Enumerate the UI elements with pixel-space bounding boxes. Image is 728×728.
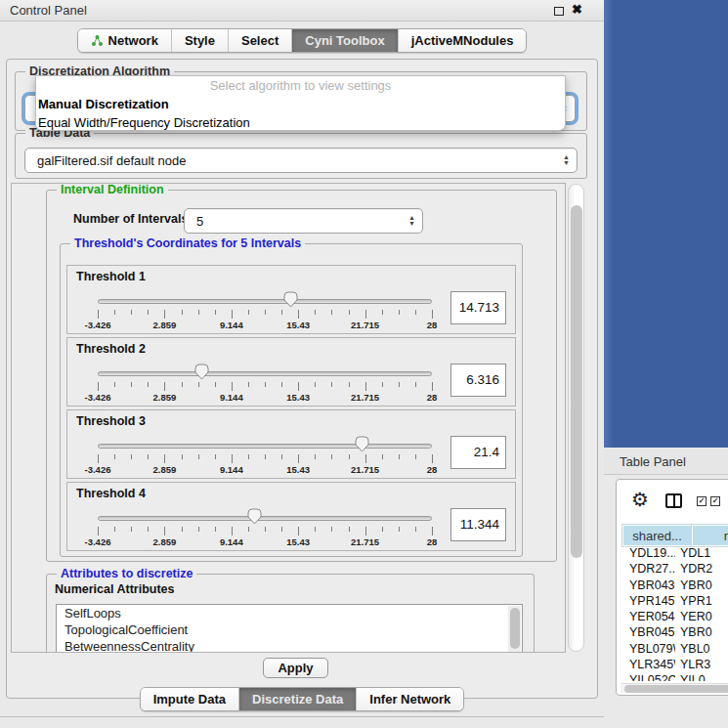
tab-infer-network[interactable]: Infer Network [357, 688, 463, 710]
tick-mark [415, 310, 416, 315]
attribute-item-topologicalcoefficient[interactable]: TopologicalCoefficient [57, 621, 522, 638]
tick-mark [198, 527, 199, 532]
table-row[interactable]: YER054CYER0 [622, 610, 728, 625]
tab-label: Select [241, 33, 278, 48]
checkbox-icon[interactable]: ✓ [710, 496, 720, 506]
gear-icon[interactable]: ⚙ [631, 488, 649, 511]
table-cell[interactable]: YBR0 [675, 578, 728, 594]
tick-mark [232, 310, 233, 319]
column-header-name[interactable]: na [692, 525, 728, 546]
dropdown-item-manual-discretization[interactable]: Manual Discretization [36, 95, 565, 113]
tick-mark [298, 527, 299, 535]
slider-track[interactable] [98, 444, 432, 449]
threshold-slider[interactable]: -3.4262.8599.14415.4321.71528 [98, 410, 432, 480]
table-cell[interactable]: YBR045C [622, 625, 675, 641]
tick-mark [382, 454, 383, 459]
tick-mark [114, 527, 115, 532]
table-row[interactable]: YBL079WYBL0 [622, 642, 728, 658]
settings-vertical-scrollbar[interactable] [568, 184, 584, 652]
tick-label: 21.715 [351, 392, 379, 403]
slider-thumb-icon[interactable] [355, 436, 369, 452]
tab-style[interactable]: Style [172, 29, 229, 52]
tick-mark [98, 310, 99, 319]
tab-impute-data[interactable]: Impute Data [141, 688, 239, 710]
slider-track[interactable] [98, 299, 432, 304]
scrollbar-thumb[interactable] [571, 205, 582, 558]
tab-cyni-toolbox[interactable]: Cyni Toolbox [292, 29, 398, 52]
threshold-value-field[interactable]: 11.344 [450, 508, 506, 541]
checkbox-icon[interactable]: ✓ [697, 496, 707, 506]
attributes-list-scrollbar[interactable] [508, 606, 521, 653]
tab-label: Network [108, 33, 158, 48]
threshold-value-field[interactable]: 21.4 [450, 436, 506, 469]
tick-mark [315, 382, 316, 387]
table-row[interactable]: YDR27...YDR2 [622, 562, 728, 578]
table-row[interactable]: YLR345WYLR3 [622, 658, 728, 673]
tick-label: 15.43 [286, 392, 310, 403]
table-cell[interactable]: YPR1 [675, 594, 728, 610]
tick-mark [382, 527, 383, 532]
tick-mark [281, 382, 282, 387]
table-cell[interactable]: YLR3 [675, 658, 728, 673]
threshold-panel: Threshold 4 -3.4262.8599.14415.4321.7152… [66, 482, 516, 551]
tick-mark [164, 527, 165, 535]
apply-button[interactable]: Apply [263, 658, 328, 678]
tick-label: 9.144 [220, 320, 243, 330]
dropdown-item-equal-width-frequency-discretization[interactable]: Equal Width/Frequency Discretization [36, 113, 565, 131]
slider-thumb-icon[interactable] [247, 508, 262, 525]
tick-mark [298, 454, 299, 463]
table-data-combobox[interactable]: galFiltered.sif default node ▲▼ [24, 148, 578, 173]
scrollbar-thumb[interactable] [510, 608, 520, 649]
tick-label: 9.144 [220, 392, 243, 403]
slider-thumb-icon[interactable] [194, 364, 209, 380]
threshold-slider[interactable]: -3.4262.8599.14415.4321.71528 [98, 266, 432, 335]
attribute-item-selfloops[interactable]: SelfLoops [57, 605, 522, 621]
scrollbar-thumb[interactable] [624, 685, 728, 693]
tab-network[interactable]: Network [78, 29, 172, 52]
threshold-value-field[interactable]: 14.713 [450, 291, 506, 324]
column-header-shared[interactable]: shared... [622, 525, 692, 546]
threshold-slider[interactable]: -3.4262.8599.14415.4321.71528 [98, 338, 432, 407]
slider-track[interactable] [98, 371, 432, 376]
attribute-item-betweennesscentrality[interactable]: BetweennessCentrality [57, 638, 522, 653]
table-row[interactable]: YBR043CYBR0 [622, 578, 728, 594]
tick-mark [232, 382, 233, 391]
table-cell[interactable]: YBR043C [622, 578, 675, 594]
network-view-frame: GAL80GACGAL11GAL4GCY1HHAP2 [604, 0, 728, 448]
table-row[interactable]: YBR045CYBR0 [622, 625, 728, 641]
tick-mark [415, 382, 416, 387]
table-cell[interactable]: YBR0 [675, 625, 728, 641]
threshold-slider[interactable]: -3.4262.8599.14415.4321.71528 [98, 483, 432, 552]
threshold-value-field[interactable]: 6.316 [450, 364, 506, 397]
table-cell[interactable]: YDR27... [622, 562, 675, 578]
tab-discretize-data[interactable]: Discretize Data [239, 688, 357, 710]
num-intervals-combobox[interactable]: 5 ▲▼ [184, 208, 423, 234]
table-cell[interactable]: YDR2 [675, 562, 728, 578]
tab-jactivemnodules[interactable]: jActiveMNodules [399, 29, 527, 52]
table-cell[interactable]: YER054C [622, 610, 675, 625]
table-cell[interactable]: YDL19... [622, 546, 675, 562]
algorithm-dropdown-popup: Select algorithm to view settings Manual… [35, 75, 566, 131]
table-cell[interactable]: YER0 [675, 610, 728, 625]
slider-track[interactable] [98, 516, 432, 521]
table-row[interactable]: YPR145WYPR1 [622, 594, 728, 610]
table-row[interactable]: YDL19...YDL1 [622, 546, 728, 562]
tab-select[interactable]: Select [229, 29, 292, 52]
slider-thumb-icon[interactable] [283, 291, 298, 308]
table-cell[interactable]: YPR145W [622, 594, 675, 610]
table-cell[interactable]: YBL079W [622, 642, 675, 658]
table-cell[interactable]: YBL0 [675, 642, 728, 658]
close-icon[interactable]: ✖ [572, 2, 582, 17]
table-row[interactable]: YIL052CYIL0 [622, 673, 728, 681]
combo-arrows-icon: ▲▼ [563, 149, 570, 172]
table-cell[interactable]: YIL052C [622, 673, 675, 681]
float-icon[interactable] [554, 7, 564, 16]
tick-mark [232, 454, 233, 463]
table-cell[interactable]: YIL0 [675, 673, 728, 681]
table-cell[interactable]: YLR345W [622, 658, 675, 673]
attributes-list[interactable]: SelfLoopsTopologicalCoefficientBetweenne… [56, 604, 523, 653]
table-cell[interactable]: YDL1 [675, 546, 728, 562]
table-horizontal-scrollbar[interactable] [621, 683, 728, 693]
table-data-combobox-value: galFiltered.sif default node [37, 153, 186, 168]
split-columns-icon[interactable] [665, 493, 682, 508]
